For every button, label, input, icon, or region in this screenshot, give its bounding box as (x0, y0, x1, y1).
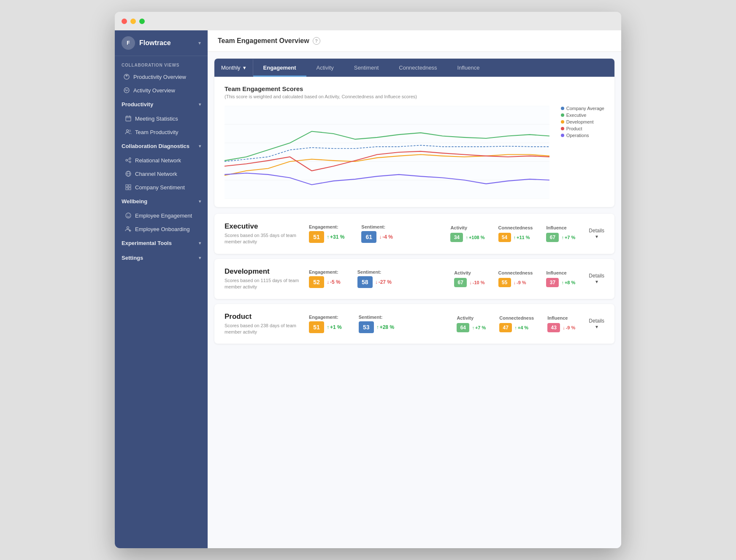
activity-metric: Activity 67 ↓-10 % (454, 270, 484, 287)
influence-change: ↑+7 % (561, 235, 575, 240)
tab-activity[interactable]: Activity (306, 59, 344, 77)
engagement-change: ↑ +1 % (327, 324, 342, 330)
details-button-development[interactable]: Details ▾ (589, 273, 604, 285)
sidebar-item-team-productivity[interactable]: Team Productivity (115, 125, 208, 139)
main-content: Team Engagement Overview ? Monthly ▾ Eng… (208, 30, 621, 548)
influence-badge: 67 (546, 233, 559, 242)
network-icon (125, 157, 132, 164)
sentiment-value-row: 53 ↑ +28 % (359, 321, 394, 333)
titlebar (115, 12, 621, 30)
tab-influence[interactable]: Influence (447, 59, 490, 77)
sentiment-value-row: 61 ↓ -4 % (361, 231, 393, 243)
chart-title: Team Engagement Scores (225, 85, 604, 92)
svg-point-6 (127, 130, 129, 132)
legend-label: Executive (566, 113, 587, 118)
sidebar-collapse-icon[interactable]: ▾ (198, 40, 201, 46)
category-label: Productivity (122, 101, 153, 108)
sentiment-badge: 58 (357, 276, 373, 288)
svg-point-20 (126, 213, 131, 218)
page-header: Team Engagement Overview ? (208, 30, 621, 52)
maximize-button[interactable] (139, 19, 145, 24)
legend-label: Company Average (566, 106, 604, 111)
chart-tabs-bar: Monthly ▾ Engagement Activity Sentiment … (214, 59, 614, 77)
connectedness-metric: Connectedness 55 ↓-9 % (498, 270, 533, 287)
sidebar-item-channel-network[interactable]: Channel Network (115, 167, 208, 180)
activity-change: ↑+7 % (472, 325, 486, 330)
legend-dot (561, 134, 564, 137)
legend-label: Operations (566, 133, 589, 138)
close-button[interactable] (122, 19, 127, 24)
section-label-collaboration: COLLABORATION VIEWS (115, 56, 208, 70)
sidebar-category-settings[interactable]: Settings ▾ (115, 250, 208, 265)
team-desc: Scores based on 238 days of team member … (225, 323, 309, 336)
smile-icon (125, 212, 132, 219)
legend-item-executive: Executive (561, 113, 604, 118)
sidebar-item-label: Employee Engagement (135, 213, 192, 219)
influence-change: ↑+8 % (561, 280, 575, 285)
svg-point-8 (126, 159, 127, 161)
sidebar-item-label: Company Sentiment (135, 184, 185, 191)
activity-change: ↑+108 % (465, 235, 484, 240)
help-icon[interactable]: ? (313, 37, 320, 45)
legend-dot (561, 113, 564, 117)
chevron-down-icon: ▾ (595, 279, 598, 285)
team-info: Product Scores based on 238 days of team… (225, 312, 309, 336)
brand-name: Flowtrace (139, 39, 171, 47)
sidebar-item-employee-engagement[interactable]: Employee Engagement (115, 209, 208, 222)
sidebar-item-company-sentiment[interactable]: Company Sentiment (115, 180, 208, 194)
svg-rect-2 (126, 116, 131, 121)
team-cards-container: Executive Scores based on 355 days of te… (208, 214, 621, 350)
arrow-up-icon: ↑ (327, 324, 329, 330)
team-name: Product (225, 312, 309, 321)
logo-icon: F (122, 36, 135, 50)
app-window: F Flowtrace ▾ COLLABORATION VIEWS Produc… (115, 12, 621, 548)
sidebar-category-productivity[interactable]: Productivity ▾ (115, 97, 208, 112)
monthly-dropdown[interactable]: Monthly ▾ (214, 59, 253, 76)
sentiment-label: Sentiment: (357, 269, 382, 275)
engagement-value-row: 51 ↑ +31 % (309, 231, 344, 243)
legend-dot (561, 107, 564, 110)
sidebar-item-label: Channel Network (135, 171, 177, 177)
svg-point-7 (129, 130, 131, 132)
sidebar-item-relational-network[interactable]: Relational Network (115, 153, 208, 167)
influence-metric: Influence 67 ↑+7 % (546, 225, 575, 242)
tab-sentiment[interactable]: Sentiment (344, 59, 389, 77)
details-button-product[interactable]: Details ▾ (589, 318, 604, 330)
details-button-executive[interactable]: Details ▾ (589, 228, 604, 240)
svg-point-10 (129, 161, 131, 163)
sidebar-item-activity-overview[interactable]: Activity Overview (115, 83, 208, 97)
arrow-up-icon: ↑ (327, 234, 329, 240)
chart-container: 100.0 80.0 60.0 40.0 20.0 (225, 106, 604, 199)
tab-connectedness[interactable]: Connectedness (389, 59, 447, 77)
sidebar-item-employee-onboarding[interactable]: Employee Onboarding (115, 222, 208, 236)
chevron-down-icon: ▾ (199, 241, 201, 245)
sidebar-category-experimental[interactable]: Experimental Tools ▾ (115, 236, 208, 250)
influence-badge: 37 (546, 278, 559, 287)
sentiment-badge: 53 (359, 321, 374, 333)
engagement-label: Engagement: (309, 224, 338, 229)
sidebar-category-collab-diagnostics[interactable]: Collaboration Diagnostics ▾ (115, 139, 208, 153)
team-card-product: Product Scores based on 238 days of team… (214, 304, 614, 344)
engagement-label: Engagement: (309, 269, 338, 275)
legend-dot (561, 120, 564, 124)
arrow-down-icon: ↓ (379, 234, 382, 240)
minimize-button[interactable] (130, 19, 136, 24)
metrics-group: Activity 64 ↑+7 % Connectedness (457, 315, 575, 332)
tab-engagement[interactable]: Engagement (253, 59, 306, 77)
connectedness-badge: 54 (498, 233, 511, 242)
sentiment-change: ↓ -4 % (379, 234, 393, 240)
sentiment-label: Sentiment: (361, 224, 385, 229)
engagement-score-group: Engagement: 51 ↑ +31 % (309, 224, 344, 243)
metrics-group: Activity 34 ↑+108 % Connectedness (450, 225, 575, 242)
team-name: Executive (225, 222, 309, 231)
influence-metric: Influence 43 ↓-9 % (547, 315, 575, 332)
engagement-label: Engagement: (309, 315, 338, 320)
category-label: Wellbeing (122, 198, 147, 205)
sidebar-item-meeting-statistics[interactable]: Meeting Statistics (115, 112, 208, 125)
team-name: Development (225, 267, 309, 276)
svg-rect-37 (225, 106, 549, 199)
svg-rect-18 (126, 188, 128, 190)
activity-metric: Activity 34 ↑+108 % (450, 225, 484, 242)
sidebar-category-wellbeing[interactable]: Wellbeing ▾ (115, 194, 208, 209)
sidebar-item-productivity-overview[interactable]: Productivity Overview (115, 70, 208, 83)
